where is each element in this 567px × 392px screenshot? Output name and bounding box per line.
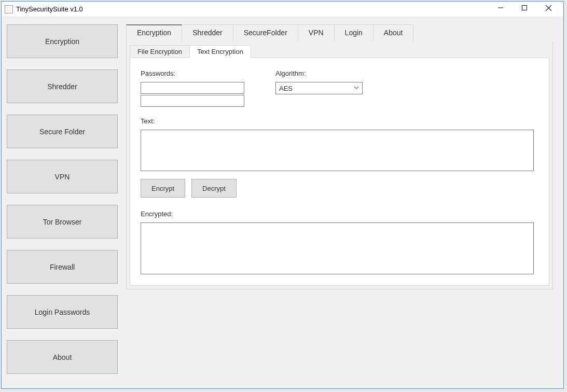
sidebar-item-encryption[interactable]: Encryption bbox=[7, 24, 118, 58]
algorithm-select[interactable]: AES bbox=[275, 82, 363, 94]
passwords-label: Passwords: bbox=[141, 69, 244, 77]
password1-input[interactable] bbox=[141, 82, 244, 94]
sidebar: Encryption Shredder Secure Folder VPN To… bbox=[2, 17, 123, 388]
maximize-button[interactable] bbox=[513, 0, 536, 16]
subtab-file-encryption[interactable]: File Encryption bbox=[130, 45, 190, 58]
button-label: Encrypt bbox=[151, 185, 174, 192]
passwords-group: Passwords: bbox=[141, 69, 244, 108]
tab-label: VPN bbox=[309, 29, 324, 37]
tab-label: About bbox=[384, 29, 403, 37]
sidebar-item-label: Shredder bbox=[47, 82, 77, 91]
encrypted-label: Encrypted: bbox=[141, 210, 538, 218]
sidebar-item-label: About bbox=[53, 353, 72, 361]
tab-label: Encryption bbox=[137, 29, 171, 37]
text-encryption-panel: Passwords: Algorithm: AES bbox=[130, 58, 549, 286]
app-window: TinySecuritySuite v1.0 Encryption Shredd… bbox=[1, 1, 564, 389]
content-area: Encryption Shredder Secure Folder VPN To… bbox=[2, 17, 563, 388]
sidebar-item-label: Encryption bbox=[45, 37, 79, 46]
sidebar-item-shredder[interactable]: Shredder bbox=[7, 69, 118, 103]
subtab-text-encryption[interactable]: Text Encryption bbox=[189, 45, 251, 58]
sidebar-item-label: Tor Browser bbox=[43, 218, 82, 226]
sidebar-item-vpn[interactable]: VPN bbox=[7, 160, 118, 193]
sidebar-item-label: VPN bbox=[55, 173, 70, 181]
chevron-down-icon bbox=[354, 86, 359, 90]
main-panel: Encryption Shredder SecureFolder VPN Log… bbox=[123, 17, 563, 388]
maximize-icon bbox=[522, 5, 527, 10]
sidebar-item-about[interactable]: About bbox=[7, 340, 118, 374]
tab-shredder[interactable]: Shredder bbox=[182, 24, 233, 41]
tab-vpn[interactable]: VPN bbox=[298, 24, 335, 41]
main-tabstrip: Encryption Shredder SecureFolder VPN Log… bbox=[126, 24, 553, 41]
sidebar-item-firewall[interactable]: Firewall bbox=[7, 250, 118, 284]
sidebar-item-label: Secure Folder bbox=[39, 128, 85, 136]
algorithm-label: Algorithm: bbox=[275, 69, 363, 77]
sidebar-item-label: Login Passwords bbox=[35, 308, 90, 316]
text-label: Text: bbox=[141, 117, 538, 125]
top-row: Passwords: Algorithm: AES bbox=[141, 69, 538, 108]
tab-label: Login bbox=[345, 29, 363, 37]
tab-encryption[interactable]: Encryption bbox=[126, 24, 182, 41]
algorithm-group: Algorithm: AES bbox=[275, 69, 363, 108]
subtab-label: File Encryption bbox=[137, 48, 182, 55]
text-input[interactable] bbox=[141, 130, 534, 171]
tab-about[interactable]: About bbox=[374, 24, 414, 41]
tab-body: File Encryption Text Encryption Password… bbox=[126, 41, 553, 289]
sidebar-item-tor-browser[interactable]: Tor Browser bbox=[7, 205, 118, 239]
encrypt-button[interactable]: Encrypt bbox=[141, 179, 185, 198]
tab-login[interactable]: Login bbox=[335, 24, 374, 41]
encrypted-output[interactable] bbox=[141, 222, 534, 274]
app-icon bbox=[5, 5, 13, 13]
sidebar-item-label: Firewall bbox=[50, 263, 75, 271]
close-icon bbox=[546, 5, 551, 11]
window-title: TinySecuritySuite v1.0 bbox=[16, 5, 489, 13]
encrypted-group: Encrypted: bbox=[141, 210, 538, 276]
close-button[interactable] bbox=[536, 0, 560, 16]
svg-rect-1 bbox=[522, 6, 527, 10]
algorithm-value: AES bbox=[279, 85, 293, 92]
sidebar-item-secure-folder[interactable]: Secure Folder bbox=[7, 115, 118, 148]
password2-input[interactable] bbox=[141, 95, 244, 107]
sub-tabstrip: File Encryption Text Encryption bbox=[127, 41, 552, 58]
tab-label: SecureFolder bbox=[244, 29, 287, 37]
subtab-label: Text Encryption bbox=[197, 48, 243, 55]
button-label: Decrypt bbox=[202, 185, 226, 192]
titlebar: TinySecuritySuite v1.0 bbox=[2, 2, 563, 17]
tab-label: Shredder bbox=[192, 29, 223, 37]
minimize-button[interactable] bbox=[489, 0, 513, 16]
action-buttons: Encrypt Decrypt bbox=[141, 179, 538, 198]
text-group: Text: bbox=[141, 117, 538, 173]
minimize-icon bbox=[498, 5, 503, 10]
sidebar-item-login-passwords[interactable]: Login Passwords bbox=[7, 295, 118, 329]
window-controls bbox=[489, 3, 560, 15]
decrypt-button[interactable]: Decrypt bbox=[191, 179, 237, 198]
tab-secure-folder[interactable]: SecureFolder bbox=[233, 24, 298, 41]
